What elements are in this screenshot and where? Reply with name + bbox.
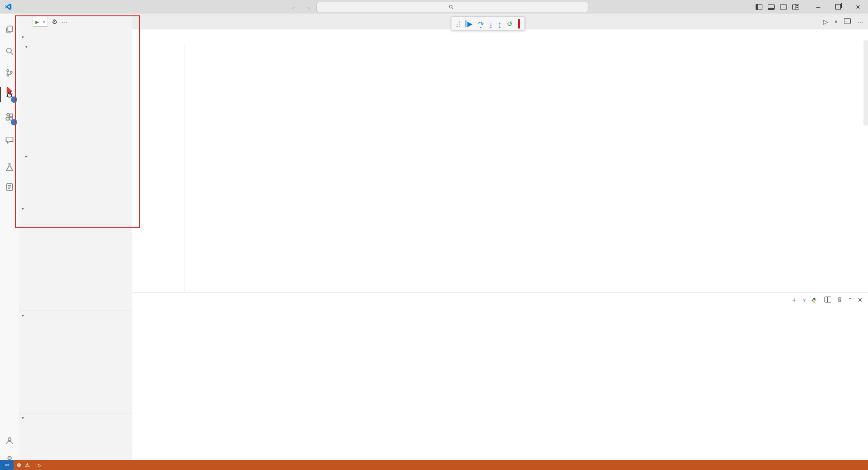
mouse-cursor-pointer [6, 86, 14, 97]
close-panel-icon[interactable]: ✕ [858, 297, 863, 303]
debug-restart-button[interactable]: ↺ [507, 20, 513, 27]
vscode-logo-icon [5, 3, 12, 10]
vscode-window: ← → ─ ✕ [0, 0, 868, 470]
test-beaker-icon[interactable] [0, 158, 19, 177]
breadcrumb [132, 29, 868, 40]
scope-locals[interactable]: ▾ [19, 42, 132, 52]
watch-section-header[interactable]: ▾ [19, 204, 132, 213]
extensions-badge [11, 119, 17, 125]
nav-history: ← → [291, 0, 311, 14]
toggle-panel-icon[interactable] [768, 4, 775, 10]
kill-terminal-icon[interactable] [837, 297, 843, 304]
forward-icon[interactable]: → [305, 3, 311, 10]
chevron-down-icon: ▾ [22, 35, 26, 39]
activity-bar: ⚙ [0, 14, 19, 460]
split-editor-layout-icon[interactable] [780, 4, 787, 10]
terminal-instance-select[interactable] [811, 297, 819, 303]
debug-toolbar: ▶ ↷ ↓ ↑ ↺ [451, 16, 525, 31]
callstack-section-header[interactable]: ▾ [19, 311, 132, 320]
new-terminal-icon[interactable]: ＋ [790, 296, 797, 304]
extensions-icon[interactable] [0, 108, 19, 127]
errors-icon: ⊗ [17, 462, 21, 468]
maximize-panel-chevron-icon[interactable]: ⌃ [848, 297, 852, 303]
code-editor[interactable] [132, 40, 829, 292]
source-control-icon[interactable] [0, 63, 19, 82]
debug-settings-gear-icon[interactable]: ⚙ [52, 18, 58, 25]
debug-step-over-button[interactable]: ↷ [478, 20, 484, 27]
warnings-icon: ⚠ [25, 462, 30, 468]
toolbar-drag-handle[interactable] [456, 20, 460, 27]
window-controls: ─ ✕ [808, 0, 868, 14]
debug-sidebar: ▶ ∨ ⚙ ⋯ ▾ ▾ ▸ ▾ ▾ [19, 14, 133, 460]
minimize-button[interactable]: ─ [808, 0, 828, 14]
search-view-icon[interactable] [0, 42, 19, 61]
chevron-down-icon: ▾ [25, 44, 30, 49]
minimap[interactable] [824, 40, 868, 292]
more-actions-icon[interactable]: ⋯ [61, 18, 68, 25]
chevron-down-icon: ▾ [22, 416, 26, 420]
account-icon[interactable] [0, 431, 19, 450]
terminal-dropdown-chevron-icon[interactable]: ∨ [803, 298, 806, 302]
debug-session-status[interactable]: ▷ [35, 463, 47, 468]
split-terminal-icon[interactable] [824, 297, 831, 304]
debug-badge [11, 96, 17, 103]
debug-config-select[interactable]: ▶ ∨ [33, 17, 48, 27]
references-view-icon[interactable] [0, 177, 19, 197]
indent-guide [184, 45, 185, 292]
bottom-panel: ＋ ∨ ⌃ ✕ [132, 292, 868, 460]
layout-controls [756, 0, 799, 14]
status-bar: >< ⊗ ⚠ ▷ [0, 460, 868, 470]
remote-indicator[interactable]: >< [0, 460, 14, 470]
restore-button[interactable] [828, 0, 848, 14]
title-bar: ← → ─ ✕ [0, 0, 868, 14]
debug-continue-button[interactable]: ▶ [466, 20, 473, 27]
command-center-search[interactable] [316, 2, 588, 12]
terminal-output[interactable] [145, 310, 864, 459]
debug-step-into-button[interactable]: ↓ [489, 20, 493, 27]
start-debug-icon[interactable]: ▶ [35, 19, 39, 24]
customize-layout-icon[interactable] [792, 4, 799, 10]
chevron-down-icon: ∨ [43, 19, 46, 24]
close-button[interactable]: ✕ [848, 0, 868, 14]
debug-step-out-button[interactable]: ↑ [498, 20, 502, 27]
chevron-down-icon: ▾ [22, 313, 26, 318]
chat-view-icon[interactable] [0, 130, 19, 149]
run-dropdown-chevron-icon[interactable]: ∨ [834, 19, 838, 24]
chevron-right-icon: ▸ [25, 154, 30, 158]
python-console-icon [811, 297, 817, 303]
breakpoints-section-header[interactable]: ▾ [19, 413, 132, 422]
chevron-down-icon: ▾ [22, 206, 26, 211]
panel-tab-bar [132, 293, 868, 307]
debug-session-icon: ▷ [38, 463, 42, 468]
back-icon[interactable]: ← [291, 3, 297, 10]
variables-section-header[interactable]: ▾ [19, 33, 132, 42]
editor-group: ▷ ∨ ⋯ ▶ ↷ ↓ ↑ ↺ ＋ ∨ [132, 14, 868, 460]
editor-actions: ▷ ∨ ⋯ [823, 14, 863, 29]
toggle-sidebar-icon[interactable] [756, 4, 762, 10]
editor-more-actions-icon[interactable]: ⋯ [857, 18, 863, 25]
scope-globals[interactable]: ▸ [19, 151, 132, 161]
explorer-icon[interactable] [0, 20, 19, 39]
panel-actions: ＋ ∨ ⌃ ✕ [790, 293, 863, 307]
run-python-file-icon[interactable]: ▷ [823, 18, 828, 25]
split-editor-icon[interactable] [844, 18, 851, 25]
debug-view-header: ▶ ∨ ⚙ ⋯ [19, 16, 132, 28]
editor-scrollbar[interactable] [863, 40, 868, 126]
search-icon [449, 5, 454, 10]
debug-stop-button[interactable] [518, 20, 520, 27]
problems-status[interactable]: ⊗ ⚠ [14, 462, 35, 468]
